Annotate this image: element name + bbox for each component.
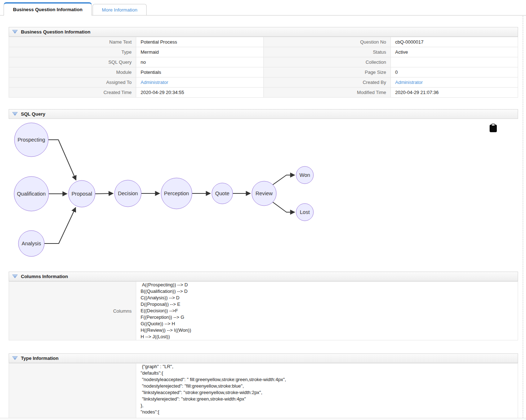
table-row: Name TextPotential ProcessQuestion NocbQ… (9, 37, 518, 47)
type-label (9, 363, 136, 420)
field-value: Potential Process (136, 37, 263, 47)
field-value: Potentials (136, 67, 263, 77)
flow-node-label: Perception (164, 191, 189, 196)
section-title: Type Information (21, 356, 58, 361)
user-link[interactable]: Administrator (395, 80, 423, 85)
field-value: 0 (391, 67, 518, 77)
field-label: Assigned To (9, 77, 136, 88)
triangle-down-icon[interactable] (12, 30, 18, 34)
section-title: Columns Information (21, 274, 68, 279)
table-row: Assigned ToAdministratorCreated ByAdmini… (9, 77, 518, 88)
field-label: Created By (263, 77, 391, 88)
tab-business-question-information[interactable]: Business Question Information (4, 2, 92, 15)
info-table: Name TextPotential ProcessQuestion NocbQ… (9, 37, 518, 98)
columns-table: Columns A((Prospecting)) --> D B((Qualif… (9, 281, 518, 340)
footer-strip (0, 418, 526, 420)
field-label: Type (9, 47, 136, 57)
field-label: Status (263, 47, 391, 57)
business-question-information-section: Business Question Information Name TextP… (9, 27, 518, 98)
flow-edge-C-D (44, 207, 76, 243)
field-label: Page Size (263, 67, 391, 77)
type-information-section: Type Information {"graph" : "LR", "defau… (9, 353, 518, 420)
flow-edge-H-J (273, 202, 295, 212)
flow-node-label: Review (255, 191, 273, 196)
field-value: no (136, 57, 263, 67)
flow-node-label: Qualification (17, 191, 46, 197)
field-value: Administrator (391, 77, 518, 88)
user-link[interactable]: Administrator (141, 80, 168, 85)
section-title: SQL Query (21, 111, 45, 117)
type-value: {"graph" : "LR", "defaults":{ "nodestyle… (136, 363, 518, 420)
section-title: Business Question Information (21, 29, 90, 35)
tab-bar: Business Question Information More Infor… (0, 0, 526, 15)
field-label: Question No (263, 37, 391, 47)
triangle-down-icon[interactable] (12, 112, 18, 116)
field-value: Administrator (136, 77, 263, 88)
field-value: 2020-04-29 21:07:36 (391, 88, 518, 98)
mermaid-flowchart: ProspectingQualificationAnalysisProposal… (9, 119, 518, 267)
columns-code: A((Prospecting)) --> D B((Qualification)… (141, 282, 513, 340)
flow-node-label: Quote (215, 191, 229, 196)
column-resize-guide (523, 16, 523, 420)
field-label: SQL Query (9, 57, 136, 67)
table-row: {"graph" : "LR", "defaults":{ "nodestyle… (9, 363, 518, 420)
table-row: SQL QuerynoCollection (9, 57, 518, 67)
columns-information-section: Columns Information Columns A((Prospecti… (9, 272, 518, 340)
flow-edge-D-E (95, 193, 113, 194)
columns-value: A((Prospecting)) --> D B((Qualification)… (136, 282, 518, 340)
field-value: Mermaid (136, 47, 263, 57)
flow-node-label: Won (299, 172, 310, 178)
section-header-columns[interactable]: Columns Information (9, 272, 518, 281)
type-code: {"graph" : "LR", "defaults":{ "nodestyle… (141, 363, 513, 415)
table-row: Created Time2020-04-29 20:34:55Modified … (9, 88, 518, 98)
flow-node-label: Analysis (22, 241, 41, 246)
flow-node-label: Lost (300, 209, 309, 215)
field-label: Name Text (9, 37, 136, 47)
field-value (391, 57, 518, 67)
tab-more-information[interactable]: More Information (93, 4, 147, 15)
flow-edge-H-I (273, 175, 295, 185)
field-value: cbQ-0000017 (391, 37, 518, 47)
section-header-info[interactable]: Business Question Information (9, 27, 518, 37)
tab-label: More Information (102, 7, 137, 13)
table-row: ModulePotentialsPage Size0 (9, 67, 518, 77)
flow-node-label: Decision (118, 191, 138, 196)
flow-edge-A-D (48, 140, 76, 180)
field-label: Created Time (9, 88, 136, 98)
section-header-type[interactable]: Type Information (9, 353, 518, 363)
table-row: Columns A((Prospecting)) --> D B((Qualif… (9, 282, 518, 340)
mermaid-flowchart-container: ProspectingQualificationAnalysisProposal… (9, 119, 518, 267)
clipboard-icon[interactable] (489, 124, 497, 133)
flow-node-label: Proposal (71, 191, 92, 197)
columns-label: Columns (9, 282, 136, 340)
type-table: {"graph" : "LR", "defaults":{ "nodestyle… (9, 363, 518, 420)
field-value: 2020-04-29 20:34:55 (136, 88, 263, 98)
field-label: Module (9, 67, 136, 77)
field-label: Modified Time (263, 88, 391, 98)
tab-label: Business Question Information (13, 7, 83, 12)
triangle-down-icon[interactable] (12, 356, 18, 360)
section-header-sql[interactable]: SQL Query (9, 109, 518, 119)
triangle-down-icon[interactable] (12, 274, 18, 278)
table-row: TypeMermaidStatusActive (9, 47, 518, 57)
flow-node-label: Prospecting (18, 137, 45, 143)
sql-query-section: SQL Query ProspectingQualificationAnalys… (9, 109, 518, 267)
field-label: Collection (263, 57, 391, 67)
field-value: Active (391, 47, 518, 57)
